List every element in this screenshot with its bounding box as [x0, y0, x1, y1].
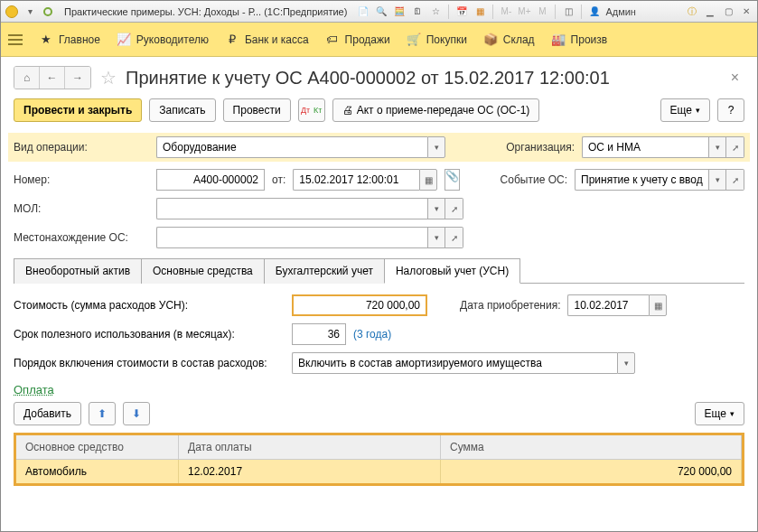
nav-warehouse[interactable]: 📦Склад: [483, 33, 535, 47]
tab-main-assets[interactable]: Основные средства: [141, 258, 265, 284]
main-navbar: ★Главное 📈Руководителю ₽Банк и касса 🏷Пр…: [1, 23, 757, 57]
grid-icon[interactable]: ▦: [473, 5, 487, 19]
chevron-down-icon[interactable]: [427, 198, 445, 219]
toolbar-icon-3[interactable]: 🧮: [392, 5, 407, 19]
minimize-icon[interactable]: ▁: [703, 5, 717, 19]
row-cost: Стоимость (сумма расходов УСН): Дата при…: [14, 294, 744, 316]
number-input[interactable]: [156, 169, 265, 191]
label-event: Событие ОС:: [501, 173, 567, 186]
refresh-icon[interactable]: [41, 5, 55, 19]
table-row[interactable]: Автомобиль 12.02.2017 720 000,00: [16, 460, 742, 483]
payment-toolbar: Добавить ⬆ ⬇ Еще ▾: [14, 402, 744, 425]
user-icon: 👤: [587, 5, 602, 19]
org-input[interactable]: [582, 136, 708, 158]
panel-icon[interactable]: ◫: [561, 5, 576, 19]
post-button[interactable]: Провести: [223, 98, 291, 122]
info-icon[interactable]: ⓘ: [685, 5, 699, 19]
op-type-field[interactable]: [156, 136, 445, 158]
event-input[interactable]: [575, 169, 708, 191]
label-op-type: Вид операции:: [14, 141, 149, 154]
more-button[interactable]: Еще ▾: [660, 98, 710, 122]
act-button[interactable]: 🖨Акт о приеме-передаче ОС (ОС-1): [332, 98, 540, 122]
tag-icon: 🏷: [325, 33, 340, 47]
page-header: ⌂ ← → ☆ Принятие к учету ОС А400-000002 …: [14, 66, 744, 89]
tab-fixed-asset[interactable]: Внеоборотный актив: [14, 258, 142, 284]
chevron-down-icon[interactable]: [427, 136, 445, 158]
close-page-icon[interactable]: ×: [725, 68, 744, 88]
m-plus-icon[interactable]: M+: [517, 5, 531, 19]
attachment-icon[interactable]: 📎: [445, 169, 460, 191]
acq-date-input[interactable]: [567, 294, 649, 316]
menu-icon[interactable]: [8, 34, 23, 45]
toolbar-icon-4[interactable]: 🗓: [410, 5, 425, 19]
label-include: Порядок включения стоимости в состав рас…: [14, 357, 285, 369]
location-input[interactable]: [156, 227, 427, 248]
chevron-down-icon[interactable]: [427, 227, 445, 248]
date-input[interactable]: [293, 169, 419, 191]
dropdown-icon[interactable]: ▾: [23, 5, 37, 19]
chevron-down-icon[interactable]: [708, 136, 726, 158]
date-field[interactable]: ▦: [293, 169, 437, 191]
cart-icon: 🛒: [407, 33, 421, 47]
m-minus-icon[interactable]: M-: [499, 5, 513, 19]
home-button[interactable]: ⌂: [14, 67, 40, 89]
forward-button[interactable]: →: [65, 67, 90, 89]
payment-heading: Оплата: [14, 383, 744, 397]
help-button[interactable]: ?: [717, 98, 744, 122]
titlebar: ▾ Практические примеры. УСН: Доходы - Р.…: [1, 1, 757, 23]
open-icon[interactable]: ➚: [445, 198, 463, 219]
mol-input[interactable]: [156, 198, 427, 219]
org-field[interactable]: ➚: [582, 136, 744, 158]
toolbar-icon-2[interactable]: 🔍: [374, 5, 388, 19]
tab-tax-usn[interactable]: Налоговый учет (УСН): [384, 258, 520, 284]
tab-accounting[interactable]: Бухгалтерский учет: [264, 258, 385, 284]
acq-date-field[interactable]: ▦: [567, 294, 667, 316]
include-field[interactable]: [292, 352, 635, 374]
table-more-button[interactable]: Еще ▾: [695, 402, 744, 425]
op-type-input[interactable]: [156, 136, 427, 158]
nav-sales[interactable]: 🏷Продажи: [325, 33, 390, 47]
factory-icon: 🏭: [551, 33, 566, 47]
life-years-link[interactable]: (3 года): [353, 328, 391, 341]
col-date: Дата оплаты: [179, 435, 441, 459]
nav-purchases[interactable]: 🛒Покупки: [407, 33, 467, 47]
move-down-button[interactable]: ⬇: [123, 402, 150, 425]
cost-input[interactable]: [292, 294, 427, 316]
save-button[interactable]: Записать: [149, 98, 215, 122]
print-icon: 🖨: [342, 104, 353, 117]
label-cost: Стоимость (сумма расходов УСН):: [14, 299, 285, 312]
include-input[interactable]: [292, 352, 617, 374]
nav-manager[interactable]: 📈Руководителю: [117, 33, 209, 47]
chart-icon: 📈: [117, 33, 131, 47]
maximize-icon[interactable]: ▢: [721, 5, 735, 19]
life-input[interactable]: [292, 323, 346, 345]
back-button[interactable]: ←: [40, 67, 65, 89]
favorite-toggle-icon[interactable]: ☆: [100, 67, 117, 89]
row-useful-life: Срок полезного использования (в месяцах)…: [14, 323, 744, 345]
calendar-icon[interactable]: ▦: [649, 294, 667, 316]
toolbar-icon-1[interactable]: 📄: [356, 5, 370, 19]
dt-kt-button[interactable]: ДтКт: [298, 98, 325, 122]
nav-production[interactable]: 🏭Произв: [551, 33, 608, 47]
open-icon[interactable]: ➚: [726, 136, 744, 158]
location-field[interactable]: ➚: [156, 227, 463, 248]
chevron-down-icon[interactable]: [708, 169, 726, 191]
nav-history: ⌂ ← →: [14, 66, 91, 89]
label-mol: МОЛ:: [14, 202, 149, 215]
event-field[interactable]: ➚: [575, 169, 744, 191]
open-icon[interactable]: ➚: [726, 169, 744, 191]
nav-main[interactable]: ★Главное: [39, 33, 100, 47]
nav-bank[interactable]: ₽Банк и касса: [225, 33, 309, 47]
mol-field[interactable]: ➚: [156, 198, 463, 219]
m-icon[interactable]: M: [535, 5, 549, 19]
close-icon[interactable]: ✕: [739, 5, 753, 19]
calendar-icon[interactable]: ▦: [419, 169, 437, 191]
move-up-button[interactable]: ⬆: [89, 402, 116, 425]
calendar-icon[interactable]: 📅: [454, 5, 469, 19]
chevron-down-icon[interactable]: [617, 352, 635, 374]
add-button[interactable]: Добавить: [14, 402, 81, 425]
open-icon[interactable]: ➚: [445, 227, 463, 248]
post-close-button[interactable]: Провести и закрыть: [14, 98, 142, 122]
col-sum: Сумма: [441, 435, 742, 459]
favorite-icon[interactable]: ☆: [428, 5, 443, 19]
